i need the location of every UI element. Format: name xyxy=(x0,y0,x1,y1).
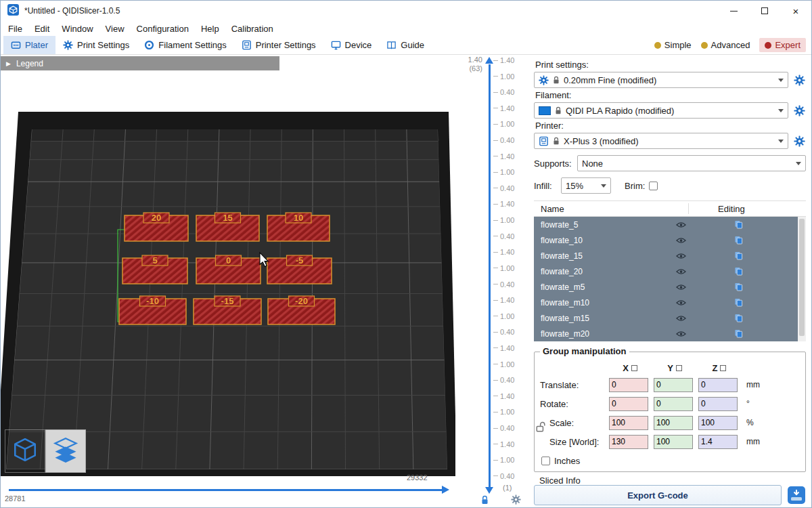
sizeworld-x-input[interactable] xyxy=(609,435,648,449)
tab-print-settings[interactable]: Print Settings xyxy=(55,36,137,54)
editing-icon[interactable] xyxy=(734,267,743,276)
infill-combo[interactable]: 15% xyxy=(561,177,611,194)
eye-icon[interactable] xyxy=(676,284,686,291)
editing-icon[interactable] xyxy=(734,329,743,338)
mode-expert[interactable]: Expert xyxy=(759,38,806,52)
eye-icon[interactable] xyxy=(676,237,686,244)
object-row-flowrate_20[interactable]: flowrate_20 xyxy=(534,263,798,279)
scene-object--20[interactable]: -20 xyxy=(268,296,335,324)
menu-file[interactable]: File xyxy=(2,22,28,35)
tab-plater[interactable]: Plater xyxy=(3,36,55,54)
menu-window[interactable]: Window xyxy=(55,22,99,35)
menu-configuration[interactable]: Configuration xyxy=(131,22,195,35)
menu-view[interactable]: View xyxy=(99,22,131,35)
mode-advanced[interactable]: Advanced xyxy=(701,40,750,50)
filament-combo[interactable]: QIDI PLA Rapido (modified) xyxy=(534,102,788,119)
printer-gear-button[interactable] xyxy=(792,134,806,148)
scale-y-input[interactable] xyxy=(654,416,693,430)
rotate-y-input[interactable] xyxy=(654,397,693,411)
scene-object-5[interactable]: 5 xyxy=(122,255,187,284)
supports-combo[interactable]: None xyxy=(577,155,806,171)
print-settings-gear-button[interactable] xyxy=(792,73,806,87)
menu-calibration[interactable]: Calibration xyxy=(225,22,279,35)
object-row-flowrate_m15[interactable]: flowrate_m15 xyxy=(534,310,798,326)
horizontal-slider-arrow-icon[interactable] xyxy=(442,486,449,494)
layer-slider[interactable] xyxy=(489,64,491,487)
maximize-button[interactable] xyxy=(749,1,780,21)
viewport-3d[interactable]: 20151050-5-10-15-20 ▶ Legend 29332 28781 xyxy=(1,55,455,507)
tab-printer-settings[interactable]: Printer Settings xyxy=(234,36,323,54)
preview-view-button[interactable] xyxy=(45,429,86,473)
tick-mark xyxy=(493,475,498,476)
inches-checkbox[interactable] xyxy=(541,457,550,465)
menu-help[interactable]: Help xyxy=(195,22,225,35)
close-button[interactable]: × xyxy=(780,1,811,21)
printer-combo[interactable]: X-Plus 3 (modified) xyxy=(534,133,788,149)
layer-slider-down-arrow-icon[interactable] xyxy=(485,487,493,494)
translate-y-input[interactable] xyxy=(654,378,693,392)
sizeworld-z-input[interactable] xyxy=(698,435,738,449)
object-row-flowrate_m10[interactable]: flowrate_m10 xyxy=(534,295,798,310)
object-row-flowrate_m20[interactable]: flowrate_m20 xyxy=(534,326,798,341)
rotate-x-input[interactable] xyxy=(609,397,648,411)
legend-bar[interactable]: ▶ Legend xyxy=(1,56,279,70)
eye-icon[interactable] xyxy=(676,268,686,275)
tick-mark xyxy=(493,60,498,61)
scene-object-20[interactable]: 20 xyxy=(125,213,188,241)
current-layer-number: (63) xyxy=(458,64,482,73)
mode-simple[interactable]: Simple xyxy=(654,40,692,50)
object-row-flowrate_10[interactable]: flowrate_10 xyxy=(534,232,798,248)
scene-object-0[interactable]: 0 xyxy=(196,255,261,284)
slider-lock-icon[interactable] xyxy=(481,495,489,506)
export-device-icon[interactable] xyxy=(787,486,806,505)
scene-object-15[interactable]: 15 xyxy=(196,213,259,241)
gm-label-scale: Scale: xyxy=(539,418,606,428)
export-gcode-button[interactable]: Export G-code xyxy=(534,485,782,505)
3d-editor-view-button[interactable] xyxy=(5,429,45,473)
menu-edit[interactable]: Edit xyxy=(28,22,55,35)
tab-device[interactable]: Device xyxy=(323,36,380,54)
column-header-name[interactable]: Name xyxy=(534,204,564,214)
scene-object--10[interactable]: -10 xyxy=(119,296,186,324)
editing-icon[interactable] xyxy=(734,236,743,245)
object-label: 0 xyxy=(226,255,231,266)
eye-icon[interactable] xyxy=(676,331,686,337)
editing-icon[interactable] xyxy=(734,220,743,229)
rotate-z-input[interactable] xyxy=(698,397,738,411)
tab-filament-settings[interactable]: Filament Settings xyxy=(137,36,233,54)
print-settings-combo[interactable]: 0.20mm Fine (modified) xyxy=(534,72,788,88)
scene-object-10[interactable]: 10 xyxy=(267,213,330,241)
eye-icon[interactable] xyxy=(676,221,686,228)
object-list-scrollbar[interactable] xyxy=(798,217,806,341)
editing-icon[interactable] xyxy=(734,251,743,260)
scale-x-input[interactable] xyxy=(609,416,648,430)
export-row: Export G-code xyxy=(534,485,806,505)
horizontal-range-slider[interactable] xyxy=(9,489,442,491)
column-header-editing[interactable]: Editing xyxy=(718,204,745,214)
scale-lock-icon[interactable] xyxy=(536,421,547,434)
eye-icon[interactable] xyxy=(676,253,686,259)
editing-icon[interactable] xyxy=(734,314,743,322)
scrollbar-thumb[interactable] xyxy=(799,219,805,336)
slider-gear-icon[interactable] xyxy=(511,494,521,506)
translate-z-input[interactable] xyxy=(698,378,738,392)
sizeworld-y-input[interactable] xyxy=(654,435,693,449)
tab-guide[interactable]: Guide xyxy=(379,36,432,54)
scale-z-input[interactable] xyxy=(698,416,738,430)
group-manipulation-panel: Group manipulation XYZTranslate:mmRotate… xyxy=(534,352,806,472)
eye-icon[interactable] xyxy=(676,299,686,306)
translate-x-input[interactable] xyxy=(609,378,648,392)
object-row-flowrate_5[interactable]: flowrate_5 xyxy=(534,217,798,232)
filament-gear-button[interactable] xyxy=(792,104,806,117)
layer-slider-up-arrow-icon[interactable] xyxy=(485,57,493,64)
scene-object--5[interactable]: -5 xyxy=(267,255,332,284)
object-row-flowrate_15[interactable]: flowrate_15 xyxy=(534,248,798,263)
minimize-button[interactable] xyxy=(718,1,749,21)
eye-icon[interactable] xyxy=(676,315,686,322)
object-row-flowrate_m5[interactable]: flowrate_m5 xyxy=(534,279,798,295)
scene-object--15[interactable]: -15 xyxy=(194,296,261,324)
tick-label: 0.40 xyxy=(500,136,514,144)
editing-icon[interactable] xyxy=(734,298,743,307)
editing-icon[interactable] xyxy=(734,282,743,291)
brim-checkbox[interactable] xyxy=(649,182,658,190)
